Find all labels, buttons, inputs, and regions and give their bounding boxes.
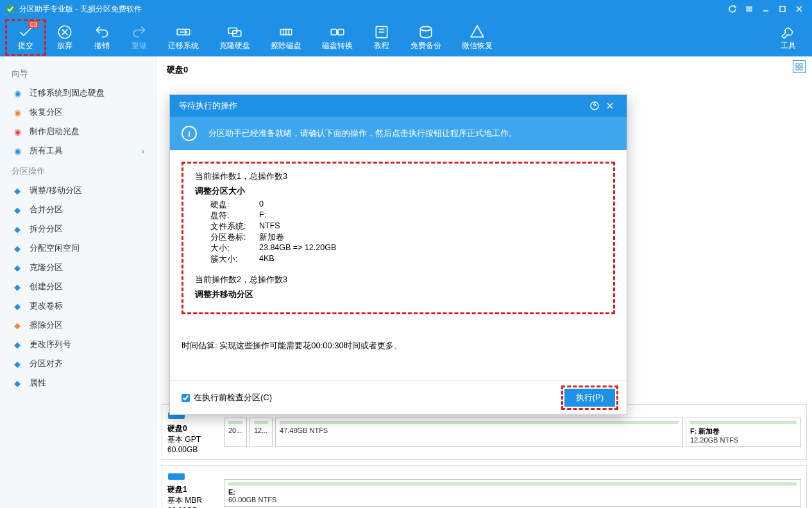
refresh-icon[interactable] xyxy=(725,1,740,17)
operations-list[interactable]: 当前操作数1，总操作数3 调整分区大小 硬盘:0盘符:F:文件系统:NTFS分区… xyxy=(182,162,615,314)
sidebar-item-label: 擦除分区 xyxy=(30,319,63,331)
check-partition-label: 在执行前检查分区(C) xyxy=(194,392,272,403)
partition[interactable]: 20... xyxy=(224,418,247,447)
op-key: 簇大小: xyxy=(195,254,259,265)
svg-rect-12 xyxy=(800,64,802,66)
sidebar-item[interactable]: ◆调整/移动分区 xyxy=(0,181,156,200)
sidebar-item-label: 拆分分区 xyxy=(30,223,63,235)
merge-icon: ◆ xyxy=(12,204,23,216)
check-partition-checkbox[interactable]: 在执行前检查分区(C) xyxy=(182,392,272,403)
wipe-disk-button[interactable]: 擦除磁盘 xyxy=(260,21,312,54)
sidebar-item-label: 恢复分区 xyxy=(30,106,63,118)
disk-convert-button[interactable]: 磁盘转换 xyxy=(312,21,363,54)
op-key: 文件系统: xyxy=(195,221,259,232)
sidebar: 向导 ◉迁移系统到固态硬盘◉恢复分区◉制作启动光盘◉所有工具› 分区操作 ◆调整… xyxy=(0,56,156,508)
sidebar-item[interactable]: ◆分区对齐 xyxy=(0,354,156,373)
sidebar-item[interactable]: ◆更改序列号 xyxy=(0,335,156,354)
op-counter-1: 当前操作数1，总操作数3 xyxy=(195,171,602,182)
sidebar-item[interactable]: ◆拆分分区 xyxy=(0,219,156,239)
menu-icon[interactable] xyxy=(741,1,757,17)
check-partition-input[interactable] xyxy=(182,394,190,402)
ssd-icon: ◉ xyxy=(12,87,23,99)
serial-icon: ◆ xyxy=(12,339,23,350)
tools-button[interactable]: 工具 xyxy=(770,21,807,54)
wechat-restore-button[interactable]: 微信恢复 xyxy=(452,21,503,54)
execute-button[interactable]: 执行(P) xyxy=(564,389,615,407)
discard-button[interactable]: 放弃 xyxy=(46,21,83,54)
time-estimate: 时间估算: 实现这些操作可能需要花00:00:30时间或者更多。 xyxy=(182,340,615,351)
view-toggle-button[interactable] xyxy=(793,60,806,73)
op-value: NTFS xyxy=(259,221,280,232)
free-backup-button[interactable]: 免费备份 xyxy=(400,21,452,54)
migrate-button[interactable]: 迁移系统 xyxy=(158,21,209,54)
sidebar-item[interactable]: ◆克隆分区 xyxy=(0,258,156,277)
sidebar-item-label: 制作启动光盘 xyxy=(30,126,80,137)
undo-button[interactable]: 撤销 xyxy=(83,21,121,54)
svg-rect-13 xyxy=(796,67,799,70)
sidebar-item-label: 分区对齐 xyxy=(30,358,63,369)
partition-size: 20... xyxy=(228,427,242,434)
sidebar-item-label: 分配空闲空间 xyxy=(30,242,80,254)
sidebar-item[interactable]: ◆分配空闲空间 xyxy=(0,239,156,258)
op-key: 硬盘: xyxy=(195,199,259,210)
sidebar-item[interactable]: ◆创建分区 xyxy=(0,277,156,296)
commit-badge: 03 xyxy=(28,21,39,28)
disk-row[interactable]: 硬盘1基本 MBR60.00GBE:60.00GB NTFS xyxy=(162,465,807,508)
align-icon: ◆ xyxy=(12,358,23,369)
close-icon[interactable] xyxy=(791,1,807,17)
sidebar-item[interactable]: ◉恢复分区 xyxy=(0,103,156,122)
clone-disk-button[interactable]: 克隆硬盘 xyxy=(209,21,260,54)
sidebar-item-label: 属性 xyxy=(30,377,46,389)
svg-rect-7 xyxy=(331,29,337,35)
sidebar-item[interactable]: ◆合并分区 xyxy=(0,200,156,219)
tutorial-button[interactable]: 教程 xyxy=(363,21,400,54)
info-icon: i xyxy=(182,126,197,141)
dialog-title: 等待执行的操作 xyxy=(179,100,237,112)
op-value: 4KB xyxy=(259,254,275,265)
partition[interactable]: F: 新加卷12.20GB NTFS xyxy=(686,418,801,447)
pie-icon: ◉ xyxy=(12,106,23,118)
op-value: 新加卷 xyxy=(259,232,284,243)
sidebar-item[interactable]: ◉制作启动光盘 xyxy=(0,122,156,141)
op1-title: 调整分区大小 xyxy=(195,186,602,197)
partition[interactable]: 47.48GB NTFS xyxy=(275,418,683,447)
window-title: 分区助手专业版 - 无损分区免费软件 xyxy=(19,4,142,15)
svg-point-0 xyxy=(6,4,15,13)
sidebar-item[interactable]: ◆擦除分区 xyxy=(0,316,156,335)
partition-size: 60.00GB NTFS xyxy=(228,496,797,504)
help-icon[interactable] xyxy=(587,98,602,114)
dialog-titlebar: 等待执行的操作 xyxy=(170,95,627,117)
sidebar-item[interactable]: ◉迁移系统到固态硬盘 xyxy=(0,83,156,103)
sidebar-item[interactable]: ◆更改卷标 xyxy=(0,296,156,316)
sidebar-item-label: 调整/移动分区 xyxy=(30,185,82,196)
alloc-icon: ◆ xyxy=(12,242,23,254)
disc-icon: ◉ xyxy=(12,126,23,137)
toolbar: 03 提交 放弃 撤销 重做 迁移系统 克隆硬盘 擦除磁盘 磁盘转换 教程 免费… xyxy=(0,18,812,56)
titlebar: 分区助手专业版 - 无损分区免费软件 xyxy=(0,0,812,18)
partition-size: 12... xyxy=(254,427,268,434)
partition[interactable]: E:60.00GB NTFS xyxy=(224,479,801,507)
maximize-icon[interactable] xyxy=(775,1,790,17)
sidebar-item[interactable]: ◆属性 xyxy=(0,373,156,393)
dialog-close-icon[interactable] xyxy=(602,98,618,114)
wizard-section-title: 向导 xyxy=(0,63,156,83)
sidebar-item[interactable]: ◉所有工具› xyxy=(0,141,156,160)
commit-button[interactable]: 03 提交 xyxy=(5,19,46,56)
op-key: 大小: xyxy=(195,243,259,254)
disk-scheme: 基本 GPT xyxy=(167,434,219,445)
minimize-icon[interactable] xyxy=(758,1,774,17)
svg-point-10 xyxy=(420,26,431,31)
split-icon: ◆ xyxy=(12,223,23,235)
sidebar-item-label: 更改卷标 xyxy=(30,300,63,312)
ops-section-title: 分区操作 xyxy=(0,160,156,181)
partition-size: 47.48GB NTFS xyxy=(280,427,679,434)
erase-icon: ◆ xyxy=(12,319,23,331)
redo-button[interactable]: 重做 xyxy=(121,21,158,54)
app-logo-icon xyxy=(5,4,15,14)
chevron-right-icon: › xyxy=(142,146,144,156)
partition[interactable]: 12... xyxy=(250,418,273,447)
op-value: 0 xyxy=(259,199,264,210)
resize-icon: ◆ xyxy=(12,185,23,196)
op-key: 分区卷标: xyxy=(195,232,259,243)
partition-size: 12.20GB NTFS xyxy=(690,436,797,444)
